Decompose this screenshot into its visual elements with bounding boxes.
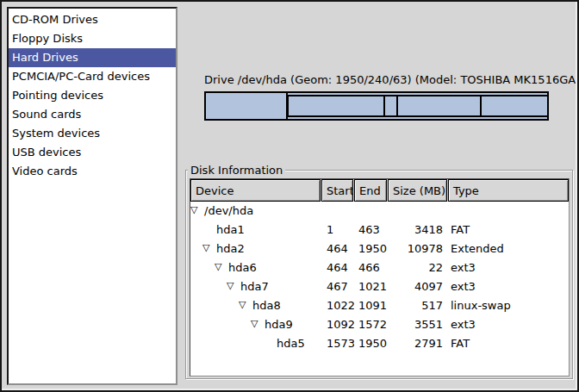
expander-triangle-icon[interactable]: ▽ xyxy=(251,315,265,333)
start-cell xyxy=(322,202,354,221)
column-header-size-mb[interactable]: Size (MB) xyxy=(388,179,447,202)
table-row-hda5[interactable]: hda5157319502791FAT xyxy=(190,334,569,353)
device-cell: hda5 xyxy=(190,334,322,353)
device-name: hda9 xyxy=(265,315,293,334)
start-cell: 1573 xyxy=(322,334,354,353)
sidebar-item-sound-cards[interactable]: Sound cards xyxy=(9,105,176,124)
extended-partition-region-hda2 xyxy=(287,95,547,117)
table-row-hda1[interactable]: hda114633418FAT xyxy=(190,221,569,240)
start-cell: 1 xyxy=(322,221,354,240)
column-header-start[interactable]: Start xyxy=(321,179,353,202)
device-name: hda7 xyxy=(240,277,269,296)
size-cell: 3418 xyxy=(388,221,447,240)
expander-triangle-icon[interactable]: ▽ xyxy=(215,258,228,277)
device-name: hda2 xyxy=(216,240,245,258)
expander-triangle-icon[interactable]: ▽ xyxy=(190,202,204,220)
table-row-dev-hda[interactable]: ▽/dev/hda xyxy=(190,202,569,221)
size-cell: 10978 xyxy=(388,240,447,258)
column-header-type[interactable]: Type xyxy=(448,179,569,202)
sidebar-item-hard-drives[interactable]: Hard Drives xyxy=(9,48,176,67)
type-cell: Extended xyxy=(447,240,569,258)
device-cell: ▽hda8 xyxy=(190,296,322,315)
end-cell: 1950 xyxy=(354,334,388,353)
device-name: hda6 xyxy=(228,258,257,277)
type-cell: FAT xyxy=(447,221,569,240)
size-cell: 4097 xyxy=(388,277,447,296)
table-row-hda7[interactable]: ▽hda746710214097ext3 xyxy=(190,277,569,296)
partition-boundary-hda8 xyxy=(396,96,398,115)
device-name: /dev/hda xyxy=(204,202,253,221)
type-cell: ext3 xyxy=(447,315,569,334)
end-cell: 463 xyxy=(354,221,388,240)
type-cell: FAT xyxy=(447,334,569,353)
partition-boundary-hda9 xyxy=(480,96,482,115)
disk-information-label: Disk Information xyxy=(188,164,285,177)
expander-triangle-icon[interactable]: ▽ xyxy=(227,277,240,296)
start-cell: 464 xyxy=(322,240,354,258)
end-cell xyxy=(354,202,388,221)
partition-boundary-hda6 xyxy=(287,96,289,115)
sidebar-item-video-cards[interactable]: Video cards xyxy=(9,162,176,181)
size-cell: 517 xyxy=(388,296,447,315)
sidebar-item-system-devices[interactable]: System devices xyxy=(9,124,176,143)
end-cell: 1021 xyxy=(354,277,388,296)
end-cell: 1091 xyxy=(354,296,388,315)
start-cell: 464 xyxy=(322,258,354,277)
device-cell: hda1 xyxy=(190,221,322,240)
sidebar-item-usb-devices[interactable]: USB devices xyxy=(9,143,176,162)
size-cell xyxy=(388,202,447,221)
table-row-hda8[interactable]: ▽hda810221091517linux-swap xyxy=(190,296,569,315)
size-cell: 3551 xyxy=(388,315,447,334)
sidebar-item-floppy-disks[interactable]: Floppy Disks xyxy=(9,29,176,48)
table-header-row: DeviceStartEndSize (MB)Type xyxy=(190,179,569,202)
device-name: hda5 xyxy=(277,334,305,353)
device-cell: ▽hda9 xyxy=(190,315,322,334)
start-cell: 1092 xyxy=(322,315,354,334)
type-cell xyxy=(447,202,569,221)
table-body: ▽/dev/hdahda114633418FAT▽hda246419501097… xyxy=(190,202,569,353)
sidebar-item-pcmcia-pc-card-devices[interactable]: PCMCIA/PC-Card devices xyxy=(9,67,176,86)
expander-triangle-icon[interactable]: ▽ xyxy=(239,296,252,314)
start-cell: 1022 xyxy=(322,296,354,315)
disk-information-table: DeviceStartEndSize (MB)Type ▽/dev/hdahda… xyxy=(190,178,570,376)
end-cell: 1572 xyxy=(354,315,388,334)
sidebar-item-cd-rom-drives[interactable]: CD-ROM Drives xyxy=(9,10,176,29)
device-cell: ▽/dev/hda xyxy=(190,202,322,221)
column-header-end[interactable]: End xyxy=(354,179,387,202)
size-cell: 2791 xyxy=(388,334,447,353)
expander-triangle-icon[interactable]: ▽ xyxy=(202,240,216,258)
device-name: hda1 xyxy=(216,221,245,240)
table-row-hda6[interactable]: ▽hda646446622ext3 xyxy=(190,258,569,277)
device-cell: ▽hda2 xyxy=(190,240,322,258)
end-cell: 1950 xyxy=(354,240,388,258)
partition-bar xyxy=(204,91,549,121)
table-row-hda9[interactable]: ▽hda9109215723551ext3 xyxy=(190,315,569,334)
device-cell: ▽hda7 xyxy=(190,277,322,296)
start-cell: 467 xyxy=(322,277,354,296)
device-category-list: CD-ROM DrivesFloppy DisksHard DrivesPCMC… xyxy=(7,7,177,385)
device-name: hda8 xyxy=(252,296,281,315)
column-header-device[interactable]: Device xyxy=(190,179,321,202)
sidebar-item-pointing-devices[interactable]: Pointing devices xyxy=(9,86,176,105)
type-cell: linux-swap xyxy=(447,296,569,315)
type-cell: ext3 xyxy=(447,277,569,296)
end-cell: 466 xyxy=(354,258,388,277)
table-row-hda2[interactable]: ▽hda2464195010978Extended xyxy=(190,240,569,258)
drive-title: Drive /dev/hda (Geom: 1950/240/63) (Mode… xyxy=(204,73,579,86)
device-cell: ▽hda6 xyxy=(190,258,322,277)
type-cell: ext3 xyxy=(447,258,569,277)
partition-bar-inner xyxy=(206,93,547,119)
partition-boundary-hda7 xyxy=(383,96,385,115)
size-cell: 22 xyxy=(388,258,447,277)
